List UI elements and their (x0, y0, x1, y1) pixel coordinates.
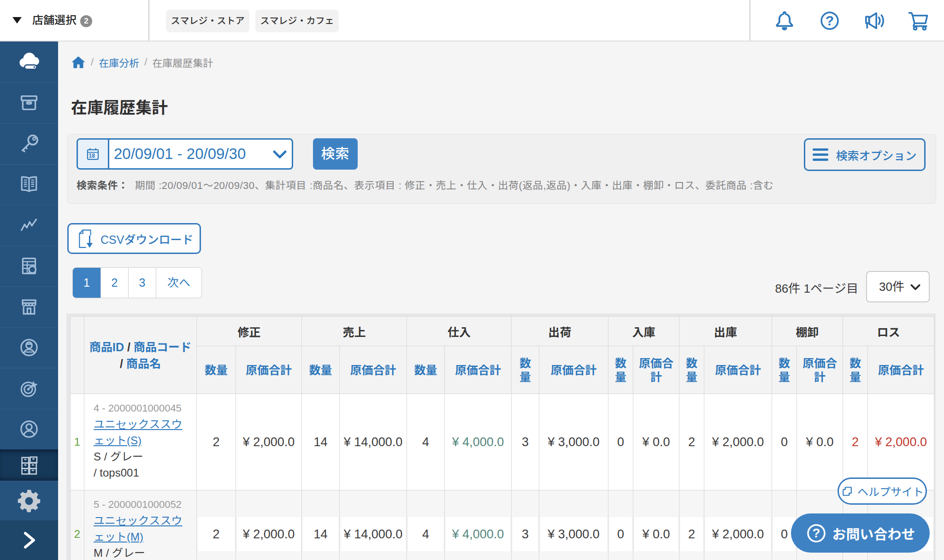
svg-text:?: ? (826, 13, 834, 28)
svg-text:?: ? (812, 526, 820, 540)
svg-text:18: 18 (88, 153, 95, 159)
